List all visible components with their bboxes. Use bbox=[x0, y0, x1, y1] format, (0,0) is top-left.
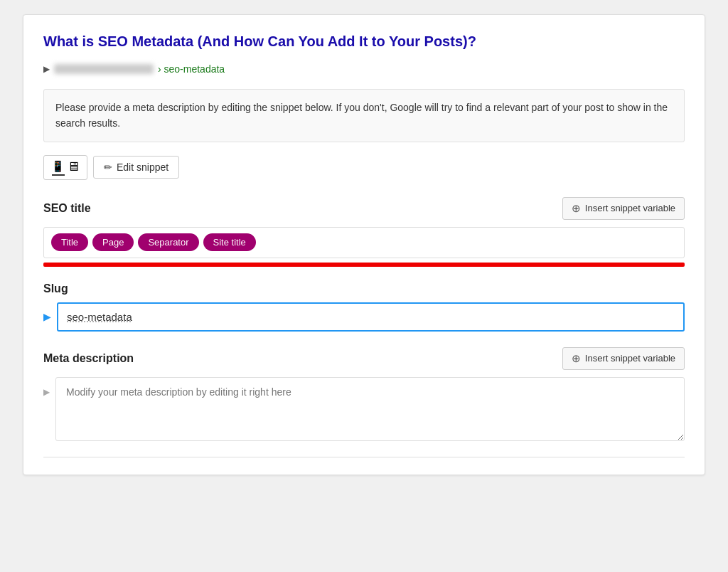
meta-description-insert-variable-label: Insert snippet variable bbox=[585, 353, 675, 364]
pencil-icon: ✏ bbox=[104, 161, 112, 173]
slug-section: Slug ▶ bbox=[43, 282, 685, 332]
seo-panel: What is SEO Metadata (And How Can You Ad… bbox=[23, 14, 705, 475]
toolbar-row: 📱 🖥 ✏ Edit snippet bbox=[43, 155, 685, 180]
desktop-icon: 🖥 bbox=[67, 159, 80, 174]
seo-title-section: SEO title ⊕ Insert snippet variable Titl… bbox=[43, 197, 685, 267]
meta-description-insert-variable-button[interactable]: ⊕ Insert snippet variable bbox=[562, 347, 685, 370]
post-title: What is SEO Metadata (And How Can You Ad… bbox=[43, 32, 685, 51]
seo-title-progress-bar bbox=[43, 263, 685, 267]
slug-row: ▶ bbox=[43, 302, 685, 332]
device-toggle-button[interactable]: 📱 🖥 bbox=[43, 155, 87, 180]
slug-header: Slug bbox=[43, 282, 685, 295]
mobile-icon: 📱 bbox=[51, 160, 65, 176]
url-arrow-icon: ▶ bbox=[43, 64, 50, 74]
tag-separator[interactable]: Separator bbox=[138, 233, 198, 251]
tag-site-title[interactable]: Site title bbox=[203, 233, 256, 251]
seo-title-label: SEO title bbox=[43, 202, 91, 215]
meta-description-row: ▶ bbox=[43, 377, 685, 441]
meta-description-arrow-icon: ▶ bbox=[43, 387, 50, 397]
slug-label: Slug bbox=[43, 282, 68, 295]
tag-title[interactable]: Title bbox=[51, 233, 88, 251]
url-row: ▶ › seo-metadata bbox=[43, 59, 685, 79]
url-blurred bbox=[54, 64, 154, 74]
meta-description-label: Meta description bbox=[43, 352, 134, 365]
seo-title-insert-variable-button[interactable]: ⊕ Insert snippet variable bbox=[562, 197, 685, 220]
meta-plus-circle-icon: ⊕ bbox=[572, 352, 581, 365]
seo-title-tags-field[interactable]: Title Page Separator Site title bbox=[43, 227, 685, 258]
seo-title-progress-fill bbox=[43, 263, 685, 267]
slug-arrow-icon: ▶ bbox=[43, 302, 51, 332]
meta-description-section: Meta description ⊕ Insert snippet variab… bbox=[43, 347, 685, 441]
slug-input[interactable] bbox=[57, 302, 685, 332]
edit-snippet-button[interactable]: ✏ Edit snippet bbox=[93, 156, 179, 179]
meta-description-header: Meta description ⊕ Insert snippet variab… bbox=[43, 347, 685, 370]
tag-page[interactable]: Page bbox=[92, 233, 134, 251]
bottom-divider bbox=[43, 457, 685, 457]
plus-circle-icon: ⊕ bbox=[572, 202, 581, 215]
meta-description-textarea[interactable] bbox=[55, 377, 685, 441]
seo-title-header: SEO title ⊕ Insert snippet variable bbox=[43, 197, 685, 220]
meta-description-notice: Please provide a meta description by edi… bbox=[43, 89, 685, 142]
edit-snippet-label: Edit snippet bbox=[117, 161, 168, 173]
url-slug: › seo-metadata bbox=[158, 63, 225, 75]
notice-text: Please provide a meta description by edi… bbox=[55, 102, 668, 129]
seo-title-insert-variable-label: Insert snippet variable bbox=[585, 203, 675, 213]
